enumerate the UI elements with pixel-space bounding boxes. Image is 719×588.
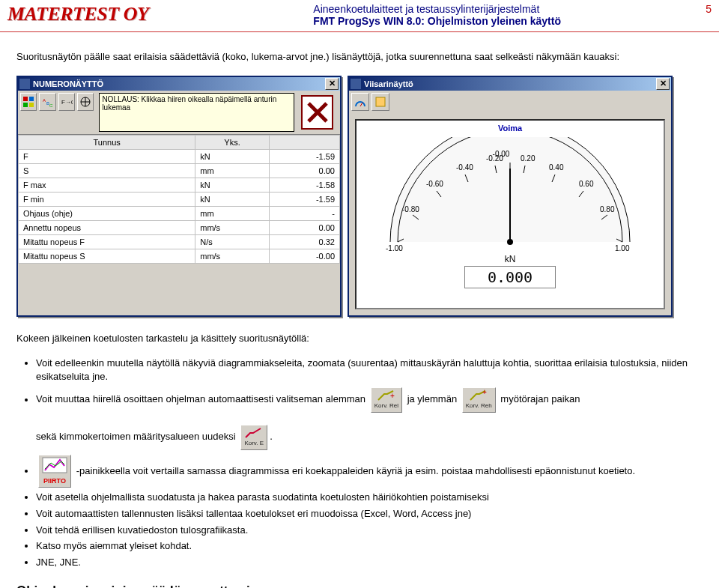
svg-text:+: + (482, 390, 487, 396)
gauge-panel: Voima (355, 119, 665, 309)
svg-text:0.40: 0.40 (549, 163, 564, 172)
svg-text:0.20: 0.20 (521, 154, 536, 163)
svg-rect-14 (376, 97, 385, 106)
col-yks: Yks. (195, 135, 270, 149)
intro-paragraph: Suoritusnäytön päälle saat erilaisia sää… (16, 50, 703, 64)
gauge-dial: -1.00 -0.80 -0.60 -0.40 -0.20 -0.00 0.20… (357, 137, 664, 257)
toolbar-button-settings[interactable] (371, 93, 389, 111)
korv-rel-button[interactable]: + Korv. Rel (371, 387, 402, 413)
list-item: JNE, JNE. (36, 556, 703, 569)
list-item: Voit tehdä erillisen kuvatiedoston tulos… (36, 524, 703, 537)
list-item: Katso myös aiemmat yleiset kohdat. (36, 539, 703, 553)
svg-text:-0.80: -0.80 (402, 205, 419, 213)
table-row: F minkN-1.59 (19, 192, 340, 206)
list-item: Voit automaattisten tallennusten lisäksi… (36, 507, 703, 521)
list-item: Voit muuttaa hiirellä osoittaen ohjelman… (36, 387, 703, 450)
gauge-readout: 0.000 (464, 266, 556, 288)
bullet-list-3: PIIRTO -painikkeella voit vertailla sama… (36, 455, 703, 569)
tooltip: NOLLAUS: Klikkaa hiiren oikealla näpäime… (99, 93, 294, 132)
table-row: Mitattu nopeus FN/s0.32 (19, 234, 340, 249)
bullet-list-1: Voit edelleenkin muutella näytöllä näkyv… (36, 357, 703, 383)
svg-text:F→0: F→0 (61, 99, 73, 106)
list-item: PIIRTO -painikkeella voit vertailla sama… (36, 455, 703, 488)
list-item: Voit edelleenkin muutella näytöllä näkyv… (36, 357, 703, 383)
gauge-title: Voima (357, 121, 664, 133)
korv-e-button[interactable]: Korv. E (240, 425, 267, 450)
svg-text:-0.60: -0.60 (426, 180, 443, 188)
svg-text:0.60: 0.60 (579, 180, 594, 188)
close-icon[interactable]: ✕ (656, 78, 670, 90)
numero-naytto-window: NUMERONÄYTTÖ ✕ ABC F→0 N (16, 76, 342, 317)
toolbar (349, 91, 671, 113)
logo-text: MATERTEST OY (7, 3, 148, 25)
table-row: Mitattu nopeus Smm/s-0.00 (19, 249, 340, 263)
svg-text:-0.00: -0.00 (493, 150, 510, 158)
piirto-button[interactable]: PIIRTO (38, 455, 71, 488)
window-icon (19, 79, 30, 89)
toolbar: ABC F→0 NOLLAUS: Klikkaa hiiren oikealla… (18, 91, 340, 134)
svg-text:+: + (390, 392, 395, 400)
close-icon[interactable]: ✕ (325, 78, 339, 90)
korv-reh-button[interactable]: + Korv. Reh (462, 387, 496, 413)
toolbar-button-zero[interactable] (77, 93, 94, 111)
data-table: Tunnus Yks. FkN-1.59 Smm0.00 F maxkN-1.5… (18, 135, 340, 264)
svg-text:C: C (49, 103, 53, 108)
table-row: FkN-1.59 (19, 149, 340, 163)
window-title: NUMERONÄYTTÖ (33, 79, 103, 88)
toolbar-button-1[interactable] (20, 93, 37, 111)
svg-text:1.00: 1.00 (615, 244, 630, 252)
bullet-list-2: Voit muuttaa hiirellä osoittaen ohjelman… (36, 387, 703, 450)
header-right: Aineenkoetulaitteet ja testaussylinterij… (148, 3, 712, 27)
viisari-naytto-window: Viisarinäyttö ✕ Voima (348, 76, 673, 317)
section-heading: Ohjauksen ja rajojen säädön muuttaminen (16, 584, 703, 588)
toolbar-button-gauge[interactable] (351, 93, 369, 111)
gauge-unit: kN (357, 254, 664, 264)
svg-text:-1.00: -1.00 (386, 244, 403, 252)
svg-text:0.80: 0.80 (600, 205, 615, 213)
col-val (269, 135, 339, 149)
toolbar-button-abc[interactable]: ABC (39, 93, 55, 111)
svg-rect-0 (23, 97, 28, 101)
svg-rect-3 (29, 103, 34, 107)
header-subtitle: Aineenkoetulaitteet ja testaussylinterij… (313, 3, 697, 15)
table-row: F maxkN-1.58 (19, 178, 340, 192)
page-header: MATERTEST OY Aineenkoetulaitteet ja test… (0, 0, 719, 32)
svg-line-13 (360, 103, 362, 106)
table-row: Annettu nopeusmm/s0.00 (19, 220, 340, 234)
window-icon (351, 79, 361, 89)
svg-point-37 (507, 239, 513, 245)
svg-rect-1 (29, 97, 34, 101)
header-title: FMT ProgSys WIN 8.0: Ohjelmiston yleinen… (313, 15, 697, 27)
svg-text:-0.40: -0.40 (456, 163, 473, 172)
svg-rect-2 (23, 103, 28, 107)
big-cancel-icon[interactable] (301, 95, 333, 130)
toolbar-button-arrow[interactable]: F→0 (58, 93, 75, 111)
page-number: 5 (697, 3, 712, 27)
post-heading: Kokeen jälkeinen koetulosten tarkastelu … (16, 332, 703, 345)
col-tunnus: Tunnus (19, 135, 195, 149)
svg-text:A: A (43, 98, 46, 103)
list-item: Voit asetella ohjelmallista suodatusta j… (36, 491, 703, 504)
table-row: Ohjaus (ohje)mm- (19, 206, 340, 220)
table-row: Smm0.00 (19, 163, 340, 178)
window-title: Viisarinäyttö (364, 79, 413, 88)
